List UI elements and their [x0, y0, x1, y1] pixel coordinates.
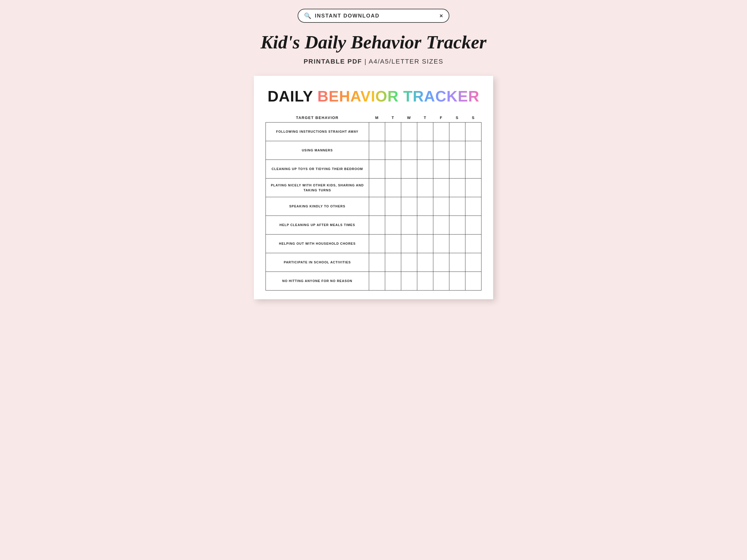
day-checkbox-cell[interactable]	[401, 123, 417, 141]
day-checkbox-cell[interactable]	[433, 235, 449, 253]
tracker-title-plain: DAILY	[267, 88, 317, 105]
day-checkbox-cell[interactable]	[385, 123, 401, 141]
document-container: DAILY BEHAVIOR TRACKER TARGET BEHAVIOR M…	[254, 76, 493, 299]
day-checkbox-cell[interactable]	[369, 272, 385, 291]
subtitle-bold: PRINTABLE PDF	[304, 58, 362, 65]
day-checkbox-cell[interactable]	[385, 272, 401, 291]
search-text: INSTANT DOWNLOAD	[315, 13, 436, 19]
search-icon: 🔍	[304, 12, 311, 19]
day-checkbox-cell[interactable]	[401, 272, 417, 291]
table-row: FOLLOWING INSTRUCTIONS STRAIGHT AWAY	[266, 123, 482, 141]
day-checkbox-cell[interactable]	[433, 141, 449, 160]
day-checkbox-cell[interactable]	[465, 160, 481, 179]
day-checkbox-cell[interactable]	[401, 216, 417, 235]
day-checkbox-cell[interactable]	[465, 197, 481, 216]
day-checkbox-cell[interactable]	[401, 253, 417, 272]
day-checkbox-cell[interactable]	[417, 160, 433, 179]
search-bar[interactable]: 🔍 INSTANT DOWNLOAD ×	[298, 9, 449, 23]
day-checkbox-cell[interactable]	[417, 235, 433, 253]
behavior-cell: SPEAKING KINDLY TO OTHERS	[266, 197, 369, 216]
table-row: SPEAKING KINDLY TO OTHERS	[266, 197, 482, 216]
day-checkbox-cell[interactable]	[385, 253, 401, 272]
day-checkbox-cell[interactable]	[417, 253, 433, 272]
day-checkbox-cell[interactable]	[417, 272, 433, 291]
tracker-title: DAILY BEHAVIOR TRACKER	[265, 87, 482, 105]
day-checkbox-cell[interactable]	[417, 179, 433, 197]
day-checkbox-cell[interactable]	[449, 160, 465, 179]
day-header-fri: F	[433, 113, 449, 123]
day-checkbox-cell[interactable]	[385, 179, 401, 197]
day-checkbox-cell[interactable]	[385, 216, 401, 235]
day-header-sat: S	[449, 113, 465, 123]
day-checkbox-cell[interactable]	[465, 253, 481, 272]
day-checkbox-cell[interactable]	[369, 197, 385, 216]
day-checkbox-cell[interactable]	[465, 179, 481, 197]
day-checkbox-cell[interactable]	[465, 216, 481, 235]
day-checkbox-cell[interactable]	[449, 235, 465, 253]
table-row: HELPING OUT WITH HOUSEHOLD CHORES	[266, 235, 482, 253]
day-checkbox-cell[interactable]	[465, 123, 481, 141]
day-checkbox-cell[interactable]	[369, 235, 385, 253]
table-row: PLAYING NICELY WITH OTHER KIDS, SHARING …	[266, 179, 482, 197]
day-header-wed: W	[401, 113, 417, 123]
page-subtitle: PRINTABLE PDF | A4/A5/LETTER SIZES	[304, 58, 443, 65]
day-checkbox-cell[interactable]	[417, 197, 433, 216]
day-checkbox-cell[interactable]	[369, 179, 385, 197]
day-checkbox-cell[interactable]	[385, 160, 401, 179]
tracker-title-rainbow: BEHAVIOR TRACKER	[317, 88, 480, 105]
day-checkbox-cell[interactable]	[449, 141, 465, 160]
day-checkbox-cell[interactable]	[401, 197, 417, 216]
table-header-row: TARGET BEHAVIOR M T W T F S S	[266, 113, 482, 123]
day-checkbox-cell[interactable]	[465, 235, 481, 253]
day-checkbox-cell[interactable]	[401, 235, 417, 253]
day-checkbox-cell[interactable]	[385, 141, 401, 160]
day-checkbox-cell[interactable]	[465, 141, 481, 160]
day-checkbox-cell[interactable]	[449, 253, 465, 272]
day-checkbox-cell[interactable]	[369, 253, 385, 272]
day-checkbox-cell[interactable]	[433, 123, 449, 141]
day-header-tue: T	[385, 113, 401, 123]
day-checkbox-cell[interactable]	[449, 272, 465, 291]
day-header-thu: T	[417, 113, 433, 123]
day-checkbox-cell[interactable]	[433, 253, 449, 272]
table-row: USING MANNERS	[266, 141, 482, 160]
table-row: CLEANING UP TOYS OR TIDYING THEIR BEDROO…	[266, 160, 482, 179]
table-row: NO HITTING ANYONE FOR NO REASON	[266, 272, 482, 291]
behavior-cell: USING MANNERS	[266, 141, 369, 160]
day-checkbox-cell[interactable]	[433, 179, 449, 197]
day-checkbox-cell[interactable]	[433, 160, 449, 179]
day-header-mon: M	[369, 113, 385, 123]
behavior-cell: PARTICIPATE IN SCHOOL ACTIVITIES	[266, 253, 369, 272]
behavior-cell: HELP CLEANING UP AFTER MEALS TIMES	[266, 216, 369, 235]
day-checkbox-cell[interactable]	[417, 141, 433, 160]
day-header-sun: S	[465, 113, 481, 123]
day-checkbox-cell[interactable]	[433, 272, 449, 291]
day-checkbox-cell[interactable]	[401, 179, 417, 197]
day-checkbox-cell[interactable]	[465, 272, 481, 291]
behavior-cell: FOLLOWING INSTRUCTIONS STRAIGHT AWAY	[266, 123, 369, 141]
day-checkbox-cell[interactable]	[449, 179, 465, 197]
day-checkbox-cell[interactable]	[433, 197, 449, 216]
day-checkbox-cell[interactable]	[449, 197, 465, 216]
table-row: PARTICIPATE IN SCHOOL ACTIVITIES	[266, 253, 482, 272]
day-checkbox-cell[interactable]	[417, 216, 433, 235]
close-icon[interactable]: ×	[439, 12, 443, 19]
day-checkbox-cell[interactable]	[433, 216, 449, 235]
day-checkbox-cell[interactable]	[369, 216, 385, 235]
table-row: HELP CLEANING UP AFTER MEALS TIMES	[266, 216, 482, 235]
behavior-column-header: TARGET BEHAVIOR	[266, 113, 369, 123]
day-checkbox-cell[interactable]	[449, 123, 465, 141]
day-checkbox-cell[interactable]	[385, 235, 401, 253]
day-checkbox-cell[interactable]	[449, 216, 465, 235]
tracker-table: TARGET BEHAVIOR M T W T F S S FOLLOWING …	[265, 113, 482, 291]
day-checkbox-cell[interactable]	[369, 141, 385, 160]
day-checkbox-cell[interactable]	[385, 197, 401, 216]
day-checkbox-cell[interactable]	[369, 160, 385, 179]
behavior-cell: CLEANING UP TOYS OR TIDYING THEIR BEDROO…	[266, 160, 369, 179]
behavior-cell: NO HITTING ANYONE FOR NO REASON	[266, 272, 369, 291]
day-checkbox-cell[interactable]	[369, 123, 385, 141]
day-checkbox-cell[interactable]	[401, 160, 417, 179]
page-title: Kid's Daily Behavior Tracker	[261, 31, 486, 53]
day-checkbox-cell[interactable]	[401, 141, 417, 160]
day-checkbox-cell[interactable]	[417, 123, 433, 141]
